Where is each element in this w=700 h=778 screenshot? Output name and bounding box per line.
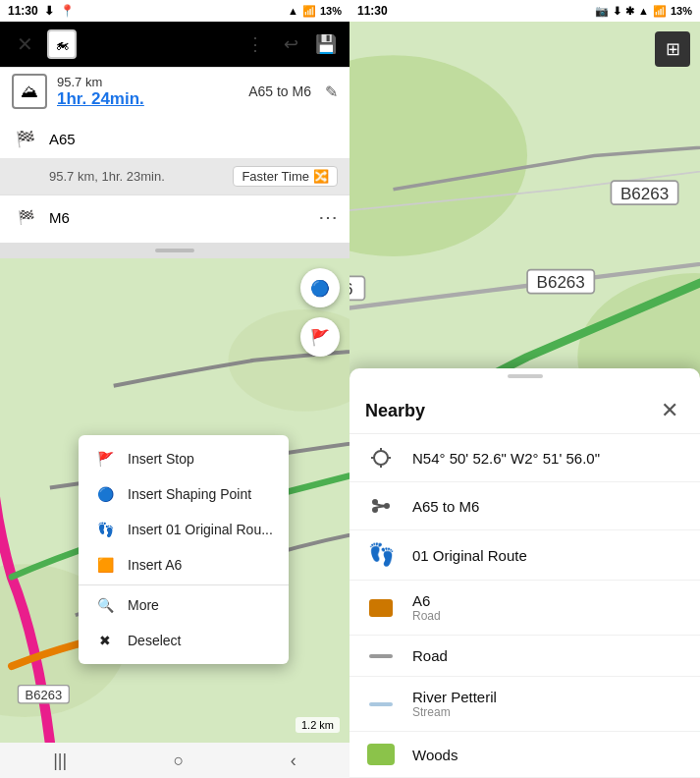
river-subtitle: Stream xyxy=(412,705,684,719)
footprint-icon: 👣 xyxy=(365,542,397,568)
bt-icon: ✱ xyxy=(625,5,634,18)
more-search-icon: 🔍 xyxy=(94,597,116,613)
waypoint-start: 🏁 A65 xyxy=(0,119,350,158)
app-title: zümo Motorcycle xyxy=(84,35,234,53)
drag-bar xyxy=(155,249,194,252)
route-info-bar: ⛰ 95.7 km 1hr. 24min. A65 to M6 ✎ xyxy=(0,68,350,115)
battery-icon: 13% xyxy=(320,5,342,17)
nearby-river-content: River Petteril Stream xyxy=(412,689,684,719)
download-icon: ⬇ xyxy=(44,4,54,18)
a6-subtitle: Road xyxy=(412,609,684,623)
scale-bar: 1.2 km xyxy=(296,717,340,733)
signal-icon: 📶 xyxy=(302,5,316,18)
route-label: A65 to M6 xyxy=(248,83,311,99)
left-back-button[interactable]: ‹ xyxy=(271,747,316,775)
nearby-item-coordinates[interactable]: N54° 50' 52.6" W2° 51' 56.0" xyxy=(350,434,700,482)
woods-block xyxy=(367,744,395,765)
insert-route-item[interactable]: 👣 Insert 01 Original Rou... xyxy=(79,512,289,547)
grey-road-bar xyxy=(369,654,393,658)
dl-icon: ⬇ xyxy=(613,5,621,18)
nearby-item-original-route[interactable]: 👣 01 Original Route xyxy=(350,530,700,581)
location-icon: 📍 xyxy=(60,4,75,18)
right-status-bar: 11:30 📷 ⬇ ✱ ▲ 📶 13% xyxy=(350,0,700,22)
svg-text:B6263: B6263 xyxy=(620,185,669,203)
woods-icon xyxy=(365,744,397,765)
nearby-a6-content: A6 Road xyxy=(412,592,684,623)
insert-a6-label: Insert A6 xyxy=(128,557,182,573)
edit-icon[interactable]: ✎ xyxy=(325,83,338,101)
insert-shaping-label: Insert Shaping Point xyxy=(128,486,251,502)
original-route-title: 01 Original Route xyxy=(412,547,684,564)
nearby-close-button[interactable]: ✕ xyxy=(655,396,684,425)
deselect-item[interactable]: ✖ Deselect xyxy=(79,623,289,658)
faster-time-label: Faster Time xyxy=(242,169,309,184)
route-icon: 👣 xyxy=(94,522,116,537)
left-home-button[interactable]: ○ xyxy=(154,747,204,775)
grey-road-icon xyxy=(365,654,397,658)
nearby-route-content: A65 to M6 xyxy=(412,498,684,515)
scale-label: 1.2 km xyxy=(301,719,334,731)
nearby-item-woods[interactable]: Woods xyxy=(350,732,700,778)
nearby-panel: Nearby ✕ N54° 50' 52.6" W2° 51' 56.0" xyxy=(350,368,700,778)
waypoints-section: 🏁 A65 95.7 km, 1hr. 23min. Faster Time 🔀… xyxy=(0,115,350,243)
flag-button[interactable]: 🚩 xyxy=(300,317,340,357)
close-button[interactable]: ✕ xyxy=(10,29,39,59)
wifi-icon: ▲ xyxy=(288,5,298,17)
a6-title: A6 xyxy=(412,592,684,609)
deselect-icon: ✖ xyxy=(94,633,116,648)
wifi-r-icon: ▲ xyxy=(638,5,649,17)
route-switch-icon: 🔀 xyxy=(313,169,329,184)
nearby-item-a6[interactable]: A6 Road xyxy=(350,581,700,636)
right-panel: 11:30 📷 ⬇ ✱ ▲ 📶 13% xyxy=(350,0,700,778)
nearby-item-road[interactable]: Road xyxy=(350,636,700,677)
left-panel: 11:30 ⬇ 📍 ▲ 📶 13% ✕ 🏍 zümo Motorcycle ⋮ … xyxy=(0,0,350,778)
nearby-coordinates-content: N54° 50' 52.6" W2° 51' 56.0" xyxy=(412,450,684,467)
more-button[interactable]: ⋮ xyxy=(242,30,269,58)
svg-point-26 xyxy=(374,451,388,465)
route-distance: 95.7 km xyxy=(57,75,239,89)
road-title: Road xyxy=(412,647,684,664)
bluetooth-button[interactable]: 🔵 xyxy=(300,268,340,307)
nearby-drag-bar xyxy=(508,374,543,378)
layer-button[interactable]: ⊞ xyxy=(655,31,690,67)
woods-title: Woods xyxy=(412,747,684,763)
nearby-header: Nearby ✕ xyxy=(350,384,700,434)
a6-road-icon xyxy=(365,599,397,617)
more-item[interactable]: 🔍 More xyxy=(79,587,289,623)
nearby-woods-content: Woods xyxy=(412,747,684,763)
insert-stop-item[interactable]: 🚩 Insert Stop xyxy=(79,441,289,476)
nearby-title: Nearby xyxy=(365,401,425,421)
deselect-label: Deselect xyxy=(128,633,181,648)
battery-r-icon: 13% xyxy=(671,5,692,17)
a6-icon: 🟧 xyxy=(94,557,116,573)
orange-road-bar xyxy=(369,599,393,617)
svg-text:B6263: B6263 xyxy=(537,273,585,292)
nearby-item-river[interactable]: River Petteril Stream xyxy=(350,677,700,732)
left-time: 11:30 xyxy=(8,4,38,18)
faster-time-badge[interactable]: Faster Time 🔀 xyxy=(233,166,338,187)
undo-button[interactable]: ↩ xyxy=(277,30,304,58)
insert-shaping-item[interactable]: 🔵 Insert Shaping Point xyxy=(79,476,289,512)
insert-stop-label: Insert Stop xyxy=(128,451,194,467)
left-menu-button[interactable]: ||| xyxy=(33,747,86,775)
shaping-icon: 🔵 xyxy=(94,486,116,502)
end-name: M6 xyxy=(49,209,308,226)
signal-r-icon: 📶 xyxy=(653,5,667,18)
river-title: River Petteril xyxy=(412,689,684,705)
nearby-original-route-content: 01 Original Route xyxy=(412,547,684,564)
faster-time-row[interactable]: 95.7 km, 1hr. 23min. Faster Time 🔀 xyxy=(0,158,350,194)
insert-a6-item[interactable]: 🟧 Insert A6 xyxy=(79,547,289,583)
faster-time-text: 95.7 km, 1hr. 23min. xyxy=(49,169,225,184)
river-icon xyxy=(365,702,397,706)
nearby-item-route[interactable]: A65 to M6 xyxy=(350,482,700,530)
elevation-icon: ⛰ xyxy=(12,74,47,109)
crosshair-icon xyxy=(365,446,397,470)
waypoint-more-button[interactable]: ⋯ xyxy=(318,205,338,229)
start-name: A65 xyxy=(49,131,338,147)
start-icon: 🏁 xyxy=(12,125,39,152)
route-time[interactable]: 1hr. 24min. xyxy=(57,89,239,109)
left-map[interactable]: B6263 B6263 M6 A6 🔵 🚩 🚩 In xyxy=(0,258,350,743)
stop-flag-icon: 🚩 xyxy=(94,451,116,467)
nearby-drag-handle xyxy=(350,368,700,384)
save-button[interactable]: 💾 xyxy=(312,30,340,58)
